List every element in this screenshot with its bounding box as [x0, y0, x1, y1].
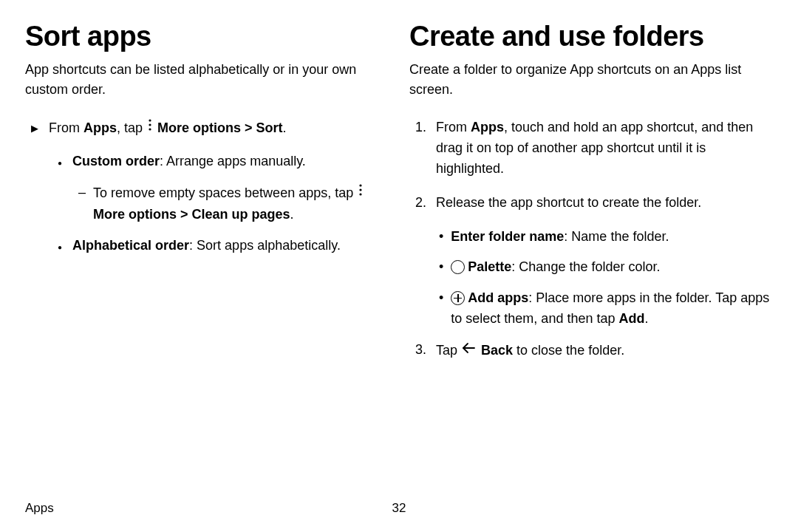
item-enter-name: • Enter folder name: Name the folder. [439, 227, 773, 248]
step-text: From Apps, touch and hold an app shortcu… [436, 117, 773, 180]
svg-point-5 [360, 193, 362, 195]
dash-bullet-icon: – [78, 183, 86, 203]
item-text: Alphabetical order: Sort apps alphabetic… [72, 236, 341, 256]
more-options-icon [148, 117, 152, 138]
item-alphabetical: ● Alphabetical order: Sort apps alphabet… [58, 236, 389, 256]
step-1: 1. From Apps, touch and hold an app shor… [409, 117, 773, 180]
footer-page-number: 32 [392, 501, 406, 516]
step-from-apps: ▶ From Apps, tap More options > Sort. [25, 117, 389, 140]
number-marker: 2. [415, 193, 429, 214]
svg-point-3 [360, 184, 362, 186]
svg-point-4 [360, 188, 362, 191]
palette-icon [451, 260, 465, 274]
back-arrow-icon [461, 340, 476, 361]
triangle-bullet-icon: ▶ [31, 121, 38, 136]
intro-sort-apps: App shortcuts can be listed alphabetical… [25, 60, 389, 100]
number-marker: 3. [415, 340, 429, 361]
item-text: Enter folder name: Name the folder. [451, 227, 669, 248]
item-text: To remove empty spaces between apps, tap… [93, 183, 389, 225]
bullet-icon: ● [58, 242, 62, 253]
item-palette: • Palette: Change the folder color. [439, 257, 773, 278]
item-remove-spaces: – To remove empty spaces between apps, t… [78, 183, 389, 225]
item-text: Palette: Change the folder color. [451, 257, 660, 278]
step-text: Tap Back to close the folder. [436, 340, 624, 363]
manual-page: Sort apps App shortcuts can be listed al… [0, 0, 798, 532]
more-options-icon [358, 183, 363, 203]
right-column: Create and use folders Create a folder t… [409, 21, 773, 376]
step-3: 3. Tap Back to close the folder. [409, 340, 773, 363]
bullet-icon: ● [58, 157, 62, 169]
heading-create-folders: Create and use folders [409, 21, 773, 52]
item-text: Add apps: Place more apps in the folder.… [451, 288, 773, 330]
step-text: Release the app shortcut to create the f… [436, 193, 701, 214]
svg-point-0 [149, 119, 151, 121]
bullet-icon: • [439, 288, 443, 309]
heading-sort-apps: Sort apps [25, 21, 389, 52]
page-footer: Apps 32 [25, 501, 773, 516]
left-column: Sort apps App shortcuts can be listed al… [25, 21, 389, 376]
bullet-icon: • [439, 257, 443, 278]
step-2: 2. Release the app shortcut to create th… [409, 193, 773, 214]
item-add-apps: • Add apps: Place more apps in the folde… [439, 288, 773, 330]
svg-point-2 [149, 128, 151, 130]
step-text: From Apps, tap More options > Sort. [49, 117, 287, 140]
intro-create-folders: Create a folder to organize App shortcut… [409, 60, 773, 100]
add-icon [451, 291, 465, 305]
footer-section-label: Apps [25, 501, 54, 515]
item-custom-order: ● Custom order: Arrange apps manually. [58, 151, 389, 172]
two-column-layout: Sort apps App shortcuts can be listed al… [25, 21, 773, 376]
item-text: Custom order: Arrange apps manually. [72, 151, 306, 172]
bullet-icon: • [439, 227, 443, 248]
number-marker: 1. [415, 117, 429, 138]
svg-point-1 [149, 123, 151, 126]
